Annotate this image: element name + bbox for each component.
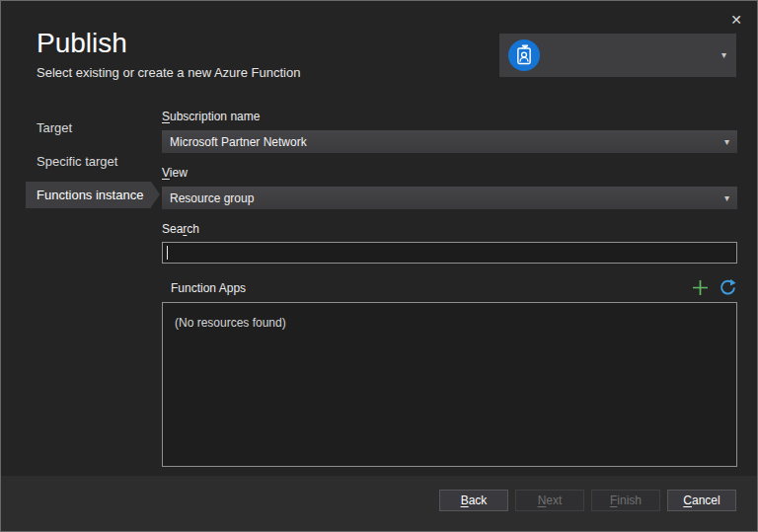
publish-dialog: ✕ Publish Select existing or create a ne… bbox=[0, 0, 758, 532]
sidebar-item-label: Specific target bbox=[37, 154, 117, 169]
search-input[interactable] bbox=[162, 242, 737, 264]
sidebar-item-label: Functions instance bbox=[37, 188, 143, 202]
subscription-select[interactable]: Microsoft Partner Network ▾ bbox=[162, 130, 737, 153]
chevron-down-icon: ▾ bbox=[724, 193, 729, 203]
subscription-value: Microsoft Partner Network bbox=[170, 135, 307, 149]
view-select[interactable]: Resource group ▾ bbox=[162, 187, 737, 209]
sidebar-item-functions-instance[interactable]: Functions instance bbox=[26, 182, 151, 208]
close-button[interactable]: ✕ bbox=[725, 9, 747, 31]
function-apps-label: Function Apps bbox=[162, 281, 246, 295]
sidebar-item-label: Target bbox=[37, 120, 72, 135]
wizard-steps-sidebar: Target Specific target Functions instanc… bbox=[26, 114, 151, 215]
add-function-app-button[interactable] bbox=[691, 278, 710, 297]
function-apps-list[interactable]: (No resources found) bbox=[162, 302, 737, 467]
empty-list-message: (No resources found) bbox=[175, 316, 724, 330]
page-title: Publish bbox=[37, 28, 127, 59]
function-apps-actions bbox=[691, 278, 737, 297]
chevron-down-icon: ▾ bbox=[721, 50, 726, 60]
function-apps-header: Function Apps bbox=[162, 278, 737, 297]
cancel-button[interactable]: Cancel bbox=[667, 490, 736, 511]
view-label: View bbox=[162, 166, 737, 180]
account-dropdown[interactable]: ▾ bbox=[499, 34, 736, 77]
sidebar-item-specific-target[interactable]: Specific target bbox=[26, 148, 151, 175]
selected-item-arrow bbox=[151, 182, 160, 207]
sidebar-item-target[interactable]: Target bbox=[26, 114, 151, 141]
plus-icon bbox=[691, 278, 710, 297]
finish-button[interactable]: Finish bbox=[591, 490, 660, 511]
chevron-down-icon: ▾ bbox=[724, 137, 729, 147]
search-label: Search bbox=[162, 222, 737, 236]
refresh-icon bbox=[719, 278, 737, 297]
text-cursor bbox=[167, 246, 168, 260]
main-content: Subscription name Microsoft Partner Netw… bbox=[162, 110, 737, 467]
page-subtitle: Select existing or create a new Azure Fu… bbox=[37, 65, 300, 80]
view-value: Resource group bbox=[170, 191, 254, 205]
user-id-badge-icon bbox=[507, 38, 541, 72]
subscription-label: Subscription name bbox=[162, 110, 737, 123]
close-icon: ✕ bbox=[730, 12, 742, 28]
dialog-footer: Back Next Finish Cancel bbox=[1, 476, 757, 531]
next-button[interactable]: Next bbox=[515, 490, 584, 511]
back-button[interactable]: Back bbox=[439, 490, 508, 511]
refresh-button[interactable] bbox=[719, 278, 737, 297]
